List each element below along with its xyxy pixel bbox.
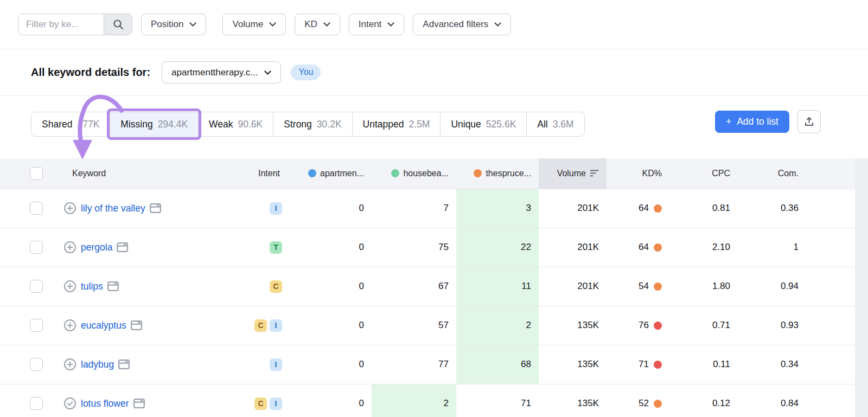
competitor-name: thespruce... <box>486 169 531 178</box>
column-header-keyword[interactable]: Keyword <box>53 158 252 189</box>
row-checkbox[interactable] <box>30 241 43 254</box>
keyword-add-button[interactable] <box>63 202 76 215</box>
export-button[interactable] <box>797 110 821 133</box>
tab-missing[interactable]: Missing294.4K <box>110 112 198 136</box>
table-row: lotus flowerCI0271135K520.120.84 <box>0 384 855 417</box>
column-header-intent[interactable]: Intent <box>252 158 288 189</box>
column-header-competitor-3[interactable]: thespruce... <box>456 158 539 189</box>
tab-count: 3.6M <box>553 119 574 130</box>
row-checkbox[interactable] <box>30 358 43 371</box>
keyword-link[interactable]: pergola <box>81 242 112 253</box>
kd-filter-dropdown[interactable]: KD <box>295 14 340 35</box>
row-checkbox[interactable] <box>30 280 43 293</box>
row-checkbox[interactable] <box>30 319 43 332</box>
chevron-down-icon <box>494 22 501 27</box>
keyword-filter-input[interactable] <box>18 14 104 35</box>
intent-filter-dropdown[interactable]: Intent <box>349 14 405 35</box>
cpc-cell: 2.10 <box>673 228 738 267</box>
position-cell-comp2: 7 <box>372 189 456 228</box>
tab-unique[interactable]: Unique525.6K <box>440 112 526 136</box>
volume-cell: 135K <box>539 345 607 384</box>
tab-all[interactable]: All3.6M <box>526 112 584 136</box>
keyword-add-button[interactable] <box>63 280 76 293</box>
keyword-link[interactable]: lily of the valley <box>81 203 145 214</box>
serp-features-button[interactable] <box>133 399 145 408</box>
chevron-down-icon <box>189 22 196 27</box>
tab-label: Unique <box>451 119 481 130</box>
chevron-down-icon <box>387 22 394 27</box>
kd-value: 71 <box>639 359 649 370</box>
keyword-add-button[interactable] <box>63 358 76 371</box>
position-cell-comp3: 22 <box>456 228 539 267</box>
position-cell-comp1: 0 <box>288 228 372 267</box>
kd-cell: 76 <box>607 306 673 345</box>
plus-icon: + <box>726 116 731 127</box>
advanced-filters-dropdown[interactable]: Advanced filters <box>413 14 511 35</box>
table-row: lily of the valleyI073201K640.810.36 <box>0 189 855 228</box>
keyword-link[interactable]: lotus flower <box>81 398 129 409</box>
volume-cell: 201K <box>539 267 607 306</box>
details-header: All keyword details for: apartmenttherap… <box>0 49 868 96</box>
kd-cell: 64 <box>607 189 673 228</box>
kd-cell: 64 <box>607 228 673 267</box>
tab-weak[interactable]: Weak90.6K <box>198 112 273 136</box>
table-row: ladybugI07768135K710.110.34 <box>0 345 855 384</box>
position-cell-comp3: 71 <box>456 384 539 417</box>
dropdown-label: KD <box>304 19 317 30</box>
tab-count: 2.5M <box>409 119 430 130</box>
column-header-volume[interactable]: Volume <box>539 158 607 189</box>
filter-toolbar: Position Volume KD Intent Advanced filte… <box>0 0 868 49</box>
position-cell-comp1: 0 <box>288 384 372 417</box>
keyword-link[interactable]: ladybug <box>81 359 114 370</box>
position-cell-comp3: 3 <box>456 189 539 228</box>
cpc-cell: 0.11 <box>673 345 738 384</box>
intent-badge-i: I <box>270 319 282 332</box>
tab-shared[interactable]: Shared177K <box>31 112 110 136</box>
search-button[interactable] <box>104 14 132 35</box>
keyword-add-button[interactable] <box>63 319 76 332</box>
select-all-checkbox[interactable] <box>30 167 43 180</box>
chevron-down-icon <box>269 22 276 27</box>
position-cell-comp2: 67 <box>372 267 456 306</box>
tab-untapped[interactable]: Untapped2.5M <box>352 112 441 136</box>
added-to-list-icon <box>63 397 76 410</box>
serp-features-button[interactable] <box>107 281 119 291</box>
position-cell-comp2: 77 <box>372 345 456 384</box>
column-header-kd[interactable]: KD% <box>607 158 673 189</box>
serp-features-button[interactable] <box>117 242 128 252</box>
column-header-competitor-1[interactable]: apartmen... <box>288 158 372 189</box>
serp-features-button[interactable] <box>118 360 130 369</box>
table-row: tulipsC06711201K541.800.94 <box>0 267 855 306</box>
kd-difficulty-dot-red <box>654 361 662 369</box>
keyword-link[interactable]: eucalyptus <box>81 320 126 331</box>
com-cell: 0.94 <box>738 267 808 306</box>
com-cell: 1 <box>738 228 808 267</box>
dropdown-label: Advanced filters <box>423 19 488 30</box>
tab-strong[interactable]: Strong30.2K <box>273 112 352 136</box>
column-header-competitor-2[interactable]: housebea... <box>372 158 456 189</box>
keyword-link[interactable]: tulips <box>81 281 103 292</box>
serp-features-icon <box>117 242 128 252</box>
volume-filter-dropdown[interactable]: Volume <box>222 14 286 35</box>
column-header-cpc[interactable]: CPC <box>673 158 738 189</box>
serp-features-button[interactable] <box>131 320 142 330</box>
domain-selector[interactable]: apartmenttherapy.c... <box>162 61 281 84</box>
table-row: eucalyptusCI0572135K760.710.93 <box>0 306 855 345</box>
position-cell-comp2: 2 <box>372 384 456 417</box>
keyword-added-button[interactable] <box>63 397 76 410</box>
serp-features-button[interactable] <box>150 203 161 213</box>
position-filter-dropdown[interactable]: Position <box>141 14 206 35</box>
keyword-add-button[interactable] <box>63 241 76 254</box>
tab-label: Missing <box>120 119 152 130</box>
column-header-com[interactable]: Com. <box>738 158 808 189</box>
add-to-list-icon <box>63 202 76 215</box>
cpc-cell: 0.71 <box>673 306 738 345</box>
kd-value: 64 <box>639 203 649 214</box>
sort-descending-icon <box>590 170 599 177</box>
add-to-list-button[interactable]: + Add to list <box>715 111 789 133</box>
row-checkbox[interactable] <box>30 397 43 410</box>
serp-features-icon <box>131 320 142 330</box>
row-checkbox[interactable] <box>30 202 43 215</box>
competitor-name: apartmen... <box>320 169 364 178</box>
tab-label: Weak <box>209 119 233 130</box>
